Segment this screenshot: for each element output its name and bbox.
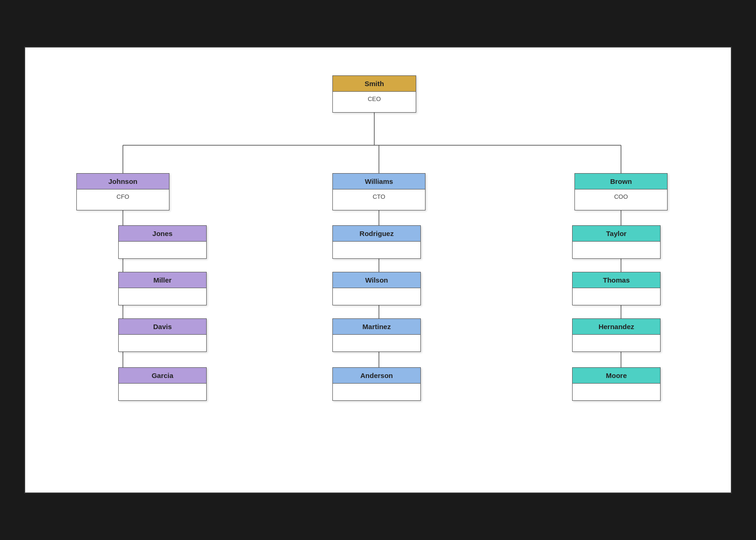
node-garcia-title [119,383,206,400]
node-miller-title [119,288,206,305]
node-moore-title [573,383,660,400]
node-cto-name: Williams [333,174,425,189]
node-taylor-name: Taylor [573,226,660,241]
node-hernandez[interactable]: Hernandez [572,318,661,352]
node-miller-name: Miller [119,272,206,288]
node-thomas[interactable]: Thomas [572,272,661,305]
node-taylor[interactable]: Taylor [572,225,661,259]
node-jones-title [119,241,206,258]
node-anderson-name: Anderson [333,368,420,383]
node-rodriguez[interactable]: Rodriguez [332,225,421,259]
node-cfo[interactable]: Johnson CFO [76,173,169,210]
node-martinez-name: Martinez [333,319,420,334]
node-moore[interactable]: Moore [572,367,661,401]
node-ceo-title: CEO [333,91,416,112]
node-cto-title: CTO [333,189,425,210]
node-davis-title [119,334,206,351]
node-cto[interactable]: Williams CTO [332,173,425,210]
node-martinez[interactable]: Martinez [332,318,421,352]
node-wilson[interactable]: Wilson [332,272,421,305]
node-thomas-title [573,288,660,305]
org-chart-canvas: Smith CEO Johnson CFO Williams CTO Brown… [24,47,732,493]
node-coo-name: Brown [575,174,667,189]
node-jones-name: Jones [119,226,206,241]
node-anderson-title [333,383,420,400]
node-garcia[interactable]: Garcia [118,367,207,401]
node-cfo-name: Johnson [77,174,169,189]
node-wilson-name: Wilson [333,272,420,288]
node-martinez-title [333,334,420,351]
node-cfo-title: CFO [77,189,169,210]
node-miller[interactable]: Miller [118,272,207,305]
node-coo[interactable]: Brown COO [574,173,668,210]
node-coo-title: COO [575,189,667,210]
node-moore-name: Moore [573,368,660,383]
node-ceo-name: Smith [333,76,416,91]
node-anderson[interactable]: Anderson [332,367,421,401]
node-ceo[interactable]: Smith CEO [332,75,416,113]
node-taylor-title [573,241,660,258]
node-rodriguez-title [333,241,420,258]
node-jones[interactable]: Jones [118,225,207,259]
node-hernandez-name: Hernandez [573,319,660,334]
node-garcia-name: Garcia [119,368,206,383]
node-hernandez-title [573,334,660,351]
org-container: Smith CEO Johnson CFO Williams CTO Brown… [25,47,731,493]
node-rodriguez-name: Rodriguez [333,226,420,241]
node-davis[interactable]: Davis [118,318,207,352]
node-wilson-title [333,288,420,305]
connectors-svg [25,47,731,493]
node-thomas-name: Thomas [573,272,660,288]
node-davis-name: Davis [119,319,206,334]
